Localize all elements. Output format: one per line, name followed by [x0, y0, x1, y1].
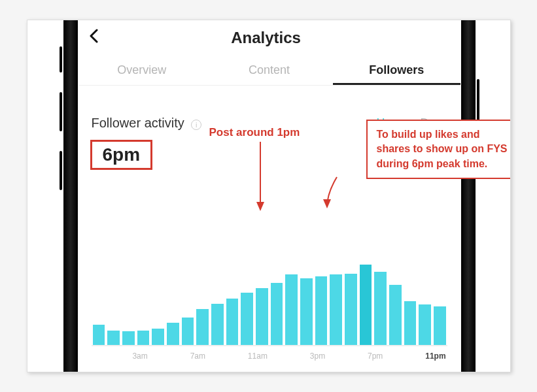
x-tick-label [355, 351, 365, 361]
chart-bar[interactable] [182, 318, 194, 345]
chart-bar[interactable] [107, 331, 120, 345]
phone-mute-switch [60, 46, 62, 73]
chart-bar[interactable] [300, 278, 313, 345]
section-title: Follower activity [92, 116, 184, 130]
chart-bar[interactable] [137, 331, 150, 345]
tab-overview[interactable]: Overview [78, 56, 206, 85]
chart-bar[interactable] [271, 283, 283, 345]
x-tick-label [341, 351, 351, 361]
annotation-callout: To build up likes and shares to show up … [366, 120, 511, 179]
x-tick-label: 7pm [368, 351, 383, 361]
chart-bar[interactable] [389, 285, 402, 345]
chart-bar[interactable] [345, 274, 357, 345]
phone-volume-down [60, 151, 62, 190]
x-tick-label [106, 351, 116, 361]
page-title: Analytics [98, 29, 434, 47]
chart-bar[interactable] [93, 325, 105, 345]
x-tick-label: 11pm [425, 351, 445, 361]
phone-screen: Analytics Overview Content Followers Fol… [78, 20, 460, 372]
tab-bar: Overview Content Followers [78, 56, 460, 86]
app-header: Analytics [78, 20, 460, 56]
info-icon[interactable]: i [191, 120, 201, 130]
chart-bar[interactable] [211, 304, 224, 345]
chart-bar[interactable] [360, 265, 372, 345]
tab-content[interactable]: Content [205, 56, 333, 85]
annotation-post-hint: Post around 1pm [209, 126, 300, 139]
phone-bezel-right [461, 20, 476, 372]
x-tick-label [328, 351, 338, 361]
x-tick-label: 3pm [310, 351, 325, 361]
chart-bar[interactable] [419, 304, 431, 345]
x-tick-label [399, 351, 409, 361]
chart-bar[interactable] [434, 306, 446, 345]
chart-bar[interactable] [374, 272, 387, 345]
x-tick-label [296, 351, 307, 361]
chart-bar[interactable] [152, 329, 164, 345]
phone-mockup: Analytics Overview Content Followers Fol… [67, 20, 472, 372]
x-tick-label: 11am [248, 351, 268, 361]
chart-bar[interactable] [404, 301, 417, 345]
phone-bezel-left [63, 20, 78, 372]
peak-time-value: 6pm [90, 140, 153, 170]
x-tick-label [283, 351, 294, 361]
chart-bar[interactable] [196, 309, 209, 345]
follower-activity-chart [92, 248, 447, 346]
chart-bar[interactable] [256, 288, 268, 345]
x-tick-label [177, 351, 187, 361]
chart-bar[interactable] [167, 323, 179, 345]
chart-x-axis: 3am7am11am3pm7pm11pm [92, 351, 447, 361]
phone-volume-up [60, 92, 62, 131]
x-tick-label [119, 351, 130, 361]
tab-followers[interactable]: Followers [333, 56, 460, 85]
x-tick-label: 7am [190, 351, 205, 361]
x-tick-label [270, 351, 281, 361]
screenshot-frame: Analytics Overview Content Followers Fol… [27, 20, 511, 372]
chart-bar[interactable] [315, 276, 328, 345]
x-tick-label [150, 351, 161, 361]
back-icon[interactable] [89, 29, 98, 47]
x-tick-label [93, 351, 103, 361]
x-tick-label [412, 351, 423, 361]
x-tick-label [221, 351, 232, 361]
chart-bar[interactable] [122, 331, 135, 345]
chart-bar[interactable] [226, 299, 239, 345]
x-tick-label [208, 351, 218, 361]
chart-bars [92, 253, 447, 345]
chart-bar[interactable] [330, 274, 342, 345]
follower-activity-section: Follower activity i Hours Days 6pm Post … [78, 86, 460, 361]
x-tick-label [164, 351, 174, 361]
chart-bar[interactable] [241, 293, 253, 345]
section-title-wrap: Follower activity i [92, 116, 202, 131]
x-tick-label: 3am [132, 351, 147, 361]
x-tick-label [235, 351, 245, 361]
x-tick-label [385, 351, 396, 361]
chart-bar[interactable] [285, 274, 298, 345]
